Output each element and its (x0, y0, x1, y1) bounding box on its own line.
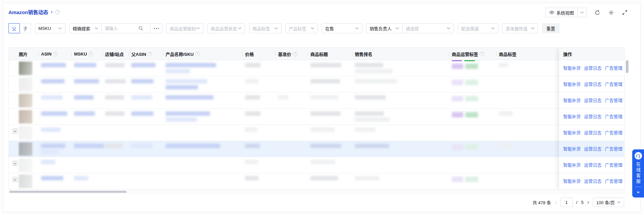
refresh-icon[interactable] (595, 10, 600, 15)
smart-replenishment-link[interactable]: 智能补货 (563, 97, 581, 103)
next-page-button[interactable]: › (587, 199, 589, 206)
table-row[interactable]: + (9, 157, 624, 173)
column-help-icon[interactable]: ? (293, 52, 297, 56)
redacted-text (166, 144, 220, 148)
product-operation-level-select[interactable]: 商品运营级别 (166, 23, 203, 33)
more-dots-icon (154, 28, 159, 29)
table-row[interactable] (9, 76, 624, 93)
smart-replenishment-link[interactable]: 智能补货 (563, 81, 581, 87)
ad-management-link[interactable]: 广告管理 (605, 129, 622, 136)
operation-log-link[interactable]: 运营日志 (584, 113, 602, 119)
redacted-text (166, 95, 213, 100)
column-help-icon[interactable]: ? (480, 52, 484, 56)
products-table: 图片ASIN?MSKU?店铺/站点父ASIN?产品名称/SKU?价格基准价?商品… (8, 47, 625, 189)
smart-replenishment-link[interactable]: 智能补货 (563, 162, 581, 168)
operation-log-link[interactable]: 运营日志 (584, 97, 602, 103)
redacted-text (310, 128, 335, 132)
redacted-text (355, 79, 397, 83)
system-view-main[interactable]: 系统视图 (546, 8, 577, 17)
ad-management-link[interactable]: 广告管理 (605, 178, 622, 184)
widget-collapse-button[interactable]: » (637, 187, 639, 198)
page-help-icon[interactable]: ? (55, 10, 60, 14)
reset-button[interactable]: 重置 (542, 23, 560, 33)
operation-log-link[interactable]: 运营日志 (584, 81, 602, 87)
current-page-input[interactable] (561, 198, 573, 207)
search-field-select[interactable]: MSKU (35, 23, 65, 33)
variant-attribute-select[interactable]: 变体属性值 (502, 23, 538, 33)
column-help-icon[interactable]: ? (89, 52, 93, 56)
cell-exp (9, 109, 16, 124)
redacted-text (465, 80, 478, 85)
redacted-text (166, 63, 216, 67)
cell-pasin (129, 125, 163, 141)
horizontal-scrollbar-track[interactable] (8, 190, 625, 193)
redacted-text (245, 63, 261, 67)
prev-page-button[interactable]: ‹ (555, 199, 557, 206)
smart-replenishment-link[interactable]: 智能补货 (563, 145, 581, 152)
parent-child-toggle-option-1[interactable]: 子 (20, 23, 31, 33)
column-help-icon[interactable]: ? (148, 52, 152, 56)
cell-optag (449, 76, 496, 92)
smart-replenishment-link[interactable]: 智能补货 (563, 129, 581, 136)
cell-rank (352, 173, 449, 189)
sales-person-select-field[interactable]: 销售负责人 (367, 24, 402, 33)
operation-log-link[interactable]: 运营日志 (584, 178, 602, 184)
ad-management-link[interactable]: 广告管理 (605, 81, 622, 87)
cell-img (16, 125, 38, 141)
online-customer-service-widget[interactable]: 在线客服 » (632, 149, 644, 198)
actions-cell: 智能补货运营日志广告管理 (559, 76, 624, 93)
page-size-select[interactable]: 100 条/页 (593, 198, 624, 207)
ad-management-link[interactable]: 广告管理 (605, 145, 622, 152)
search-input[interactable] (105, 26, 138, 31)
vertical-scrollbar-thumb[interactable] (626, 60, 629, 73)
view-dropdown-caret[interactable] (577, 8, 586, 17)
table-row[interactable]: + (9, 173, 624, 189)
smart-replenishment-link[interactable]: 智能补货 (563, 113, 581, 119)
product-operation-status-select[interactable]: 商品运营状态 (207, 23, 245, 33)
parent-child-toggle-option-0[interactable]: 父 (8, 23, 20, 33)
product-image (19, 126, 32, 140)
table-row[interactable] (9, 93, 624, 109)
table-row[interactable] (9, 109, 624, 125)
ad-management-link[interactable]: 广告管理 (605, 113, 622, 119)
ad-management-link[interactable]: 广告管理 (605, 162, 622, 168)
cell-exp: + (9, 125, 16, 141)
table-row[interactable] (9, 60, 624, 76)
chevron-down-icon (531, 27, 535, 30)
delivery-channel-select[interactable]: 配送渠道 (458, 23, 498, 33)
redacted-text (355, 63, 383, 67)
column-help-icon[interactable]: ? (195, 52, 200, 56)
cell-shop (102, 76, 129, 92)
ad-management-link[interactable]: 广告管理 (605, 97, 622, 103)
operation-log-link[interactable]: 运营日志 (584, 145, 602, 152)
operation-log-link[interactable]: 运营日志 (584, 65, 602, 71)
goods-tag-select[interactable]: 产品标签 (285, 23, 318, 33)
redacted-text (310, 144, 341, 148)
actions-fixed-column: 操作 智能补货运营日志广告管理智能补货运营日志广告管理智能补货运营日志广告管理智… (559, 48, 624, 189)
cell-exp (9, 141, 16, 157)
redacted-text (41, 160, 55, 164)
column-help-icon[interactable]: ? (53, 52, 58, 56)
smart-replenishment-link[interactable]: 智能补货 (563, 178, 581, 184)
actions-cell: 智能补货运营日志广告管理 (559, 93, 624, 109)
smart-replenishment-link[interactable]: 智能补货 (563, 65, 581, 71)
sales-person-select: 销售负责人请选择 (366, 23, 454, 33)
sales-person-select-value[interactable]: 请选择 (402, 24, 453, 33)
search-mode-select[interactable]: 精确搜索 (70, 24, 101, 33)
product-tag-select[interactable]: 商品标签 (249, 23, 281, 33)
operation-log-link[interactable]: 运营日志 (584, 129, 602, 136)
search-more-button[interactable] (150, 24, 162, 33)
system-view-button[interactable]: 系统视图 (545, 8, 586, 17)
table-row[interactable]: + (9, 125, 624, 141)
table-row[interactable] (9, 141, 624, 157)
horizontal-scrollbar-thumb[interactable] (9, 191, 127, 193)
cell-msku (71, 76, 102, 92)
ad-management-link[interactable]: 广告管理 (605, 65, 622, 71)
operation-log-link[interactable]: 运营日志 (584, 162, 602, 168)
fullscreen-icon[interactable] (622, 10, 628, 15)
redacted-text (355, 95, 386, 100)
sale-status-select[interactable]: 在售 (322, 23, 362, 33)
settings-gear-icon[interactable] (608, 10, 614, 15)
cell-base (275, 109, 308, 124)
redacted-text (105, 144, 123, 148)
